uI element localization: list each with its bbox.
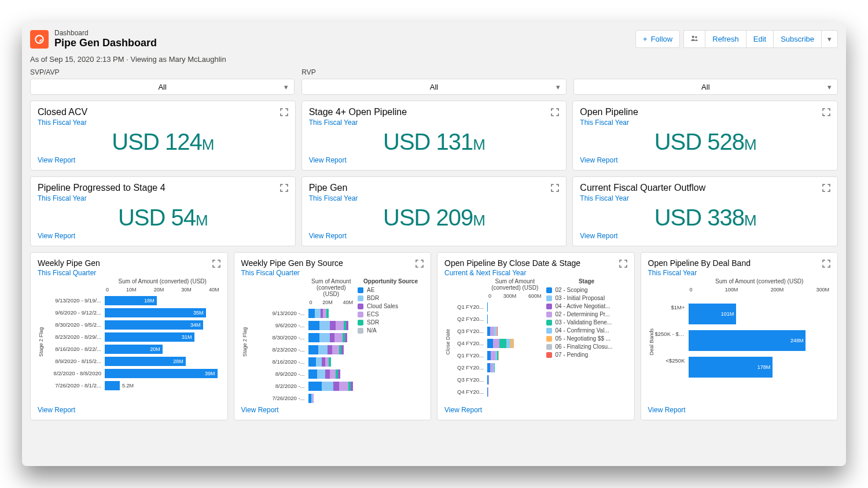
filters-row: SVP/AVP All ▾ RVP All ▾ All ▾: [22, 68, 846, 101]
x-axis-title: Sum of Amount (converted) (USD): [105, 278, 220, 284]
legend-swatch: [546, 312, 552, 317]
legend-item: BDR: [358, 295, 424, 301]
view-report-link[interactable]: View Report: [648, 406, 831, 414]
chart-legend: Opportunity Source AE BDR Cloud Sales EC…: [354, 278, 424, 406]
axis-ticks: 020M40M: [308, 300, 355, 306]
bars-container: Q1 FY20... Q2 FY20... Q3 FY20... Q4 FY20…: [451, 300, 543, 406]
card-title: Current Fiscal Quarter Outflow: [580, 183, 830, 193]
bar-row: 9/6/2020 -...: [248, 320, 355, 331]
bar-segments: [487, 363, 543, 372]
bar-category: Q3 FY20...: [451, 328, 487, 334]
bar-segment: [491, 351, 495, 360]
dashboard-app: Dashboard Pipe Gen Dashboard + Follow Re…: [22, 22, 846, 466]
bar-category: 8/23/2020 -...: [248, 346, 308, 353]
expand-button[interactable]: [414, 258, 425, 269]
legend-label: ECS: [367, 311, 379, 317]
view-report-link[interactable]: View Report: [580, 232, 830, 240]
chevron-down-icon: ▾: [827, 83, 832, 91]
metric-value: USD 338M: [580, 204, 830, 232]
filter-label: [573, 68, 838, 76]
view-report-link[interactable]: View Report: [38, 232, 288, 240]
bar-segments: [308, 333, 355, 342]
bar-segment: [308, 382, 322, 391]
bar-track: [308, 393, 355, 404]
chart-area: Stage 2 Flag Sum of Amount (converted) (…: [241, 278, 424, 406]
bar-segment: [308, 345, 319, 354]
bar-row: 8/2/2020 - 8/8/2020 39M: [45, 368, 220, 379]
legend-label: 07 - Pending: [556, 352, 589, 358]
bar-row: 8/23/2020 -...: [248, 344, 355, 355]
expand-button[interactable]: [821, 258, 832, 269]
chart-inner: Sum of Amount (converted) (USD) 0300M600…: [451, 278, 543, 406]
legend-label: 06 - Finalizing Closu...: [556, 343, 613, 350]
expand-button[interactable]: [550, 107, 560, 117]
view-report-link[interactable]: View Report: [309, 232, 560, 240]
card-subtitle: This Fiscal Year: [309, 194, 560, 202]
card-subtitle: This Fiscal Year: [580, 194, 830, 202]
bar-fill: 31M: [105, 332, 194, 342]
follow-button[interactable]: + Follow: [635, 30, 680, 48]
bar-fill: 248M: [689, 330, 806, 351]
bar-value-label: 248M: [790, 338, 804, 343]
card-subtitle: This Fiscal Year: [309, 119, 560, 127]
bar-track: 178M: [689, 355, 831, 365]
metric-card-5: Current Fiscal Quarter Outflow This Fisc…: [572, 176, 838, 246]
tick-label: 40M: [209, 287, 219, 293]
legend-item: 04 - Confirming Val...: [546, 327, 627, 334]
bar-segment: [488, 387, 488, 397]
bar-row: Q4 FY20...: [451, 386, 543, 397]
view-report-link[interactable]: View Report: [38, 156, 288, 164]
svg-point-2: [696, 36, 697, 38]
bar-track: [487, 338, 543, 349]
legend-swatch: [546, 328, 552, 334]
bar-value-label: 5.2M: [120, 383, 134, 389]
card-subtitle: This Fiscal Year: [38, 119, 288, 127]
view-report-link[interactable]: View Report: [444, 406, 627, 414]
metric-card-1: Stage 4+ Open Pipeline This Fiscal Year …: [301, 101, 567, 171]
bar-track: 35M: [105, 308, 220, 318]
expand-button[interactable]: [211, 258, 222, 269]
legend-swatch: [546, 295, 552, 301]
bar-category: Q3 FY20...: [451, 376, 487, 383]
filter-group-0: SVP/AVP All ▾: [30, 68, 295, 95]
x-axis-title: Sum of Amount (converted) (USD): [689, 278, 831, 284]
expand-button[interactable]: [618, 258, 628, 269]
bar-category: Q2 FY20...: [451, 316, 487, 322]
header-titles: Dashboard Pipe Gen Dashboard: [54, 29, 630, 49]
expand-button[interactable]: [821, 183, 832, 193]
bar-track: [308, 320, 355, 331]
bar-segment: [346, 321, 348, 330]
view-report-link[interactable]: View Report: [309, 156, 560, 164]
bar-fill: 18M: [105, 296, 157, 305]
bar-fill: 178M: [689, 357, 773, 378]
expand-button[interactable]: [821, 107, 832, 117]
tick-label: 40M: [343, 300, 353, 305]
bar-segment: [312, 394, 314, 403]
filter-select-1[interactable]: All ▾: [301, 79, 566, 95]
refresh-button[interactable]: Refresh: [705, 30, 746, 48]
tick-label: 0: [690, 287, 693, 293]
metric-value: USD 54M: [38, 204, 288, 232]
filter-value: All: [158, 83, 166, 91]
bar-track: [487, 375, 543, 385]
expand-button[interactable]: [279, 183, 289, 193]
more-menu-button[interactable]: ▾: [821, 30, 838, 48]
legend-swatch: [546, 336, 552, 342]
expand-button[interactable]: [279, 107, 289, 117]
bar-segment: [308, 321, 320, 330]
expand-button[interactable]: [550, 183, 560, 193]
edit-button[interactable]: Edit: [746, 30, 773, 48]
bar-segment: [341, 345, 344, 354]
collaborate-button[interactable]: [683, 30, 705, 48]
filter-select-0[interactable]: All ▾: [30, 79, 295, 95]
bar-segments: [308, 345, 355, 354]
metric-card-2: Open Pipeline This Fiscal Year USD 528M …: [572, 101, 838, 171]
subscribe-button[interactable]: Subscribe: [773, 30, 821, 48]
filter-select-2[interactable]: All ▾: [573, 79, 838, 95]
view-report-link[interactable]: View Report: [580, 156, 830, 164]
bar-category: <$250K: [655, 357, 689, 364]
legend-swatch: [546, 344, 552, 350]
view-report-link[interactable]: View Report: [38, 406, 220, 414]
view-report-link[interactable]: View Report: [241, 406, 424, 414]
card-title: Weekly Pipe Gen By Source: [241, 258, 424, 268]
